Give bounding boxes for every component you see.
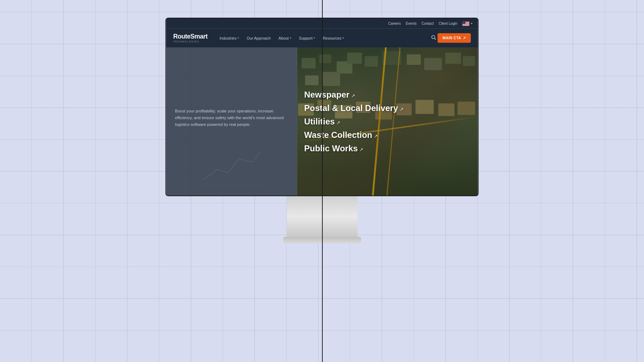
logo-sub: TECHNOLOGIES — [173, 40, 208, 43]
svg-line-9 — [435, 39, 436, 40]
language-selector[interactable]: ▾ — [462, 21, 472, 26]
main-cta-button[interactable]: MAIN CTA ↗ — [438, 33, 471, 43]
newspaper-arrow-icon: ↗ — [351, 93, 355, 99]
postal-arrow-icon: ↗ — [399, 106, 404, 112]
industry-item-utilities[interactable]: Utilities ↗ — [304, 117, 471, 127]
hero-right-panel: Newspaper ↗ Postal & Local Delivery ↗ Ut… — [297, 47, 478, 195]
svg-rect-12 — [319, 54, 332, 63]
svg-rect-22 — [463, 56, 475, 66]
svg-rect-19 — [407, 54, 421, 65]
hero-description: Boost your profitability, scale your ope… — [175, 108, 287, 128]
svg-rect-3 — [462, 23, 470, 24]
industry-item-public-works[interactable]: Public Works ↗ — [304, 144, 471, 153]
nav-item-resources[interactable]: Resources ▾ — [319, 34, 347, 42]
svg-rect-2 — [462, 23, 470, 23]
us-flag-icon — [462, 21, 470, 26]
industry-item-newspaper[interactable]: Newspaper ↗ — [304, 90, 471, 100]
nav-item-about[interactable]: About ▾ — [275, 34, 295, 42]
search-icon[interactable] — [430, 34, 438, 42]
nav-item-support[interactable]: Support ▾ — [295, 34, 319, 42]
industry-item-waste[interactable]: Waste Collection ↗ — [304, 130, 471, 140]
chart-shape-icon — [200, 145, 264, 188]
svg-rect-7 — [462, 22, 465, 24]
public-works-arrow-icon: ↗ — [359, 147, 363, 152]
waste-arrow-icon: ↗ — [374, 133, 378, 139]
logo[interactable]: RouteSmart TECHNOLOGIES — [173, 33, 208, 43]
about-chevron-icon: ▾ — [290, 36, 291, 40]
utilities-arrow-icon: ↗ — [336, 120, 340, 125]
svg-rect-21 — [445, 53, 461, 64]
client-login-link[interactable]: Client Login — [439, 22, 458, 25]
lang-chevron-icon: ▾ — [471, 22, 472, 25]
hero-left-panel: Boost your profitability, scale your ope… — [166, 47, 297, 195]
center-line — [322, 0, 323, 362]
nav-item-our-approach[interactable]: Our Approach — [243, 34, 274, 42]
svg-rect-16 — [347, 53, 362, 64]
support-chevron-icon: ▾ — [314, 36, 315, 40]
industry-list: Newspaper ↗ Postal & Local Delivery ↗ Ut… — [297, 86, 478, 157]
careers-link[interactable]: Careers — [388, 22, 401, 25]
svg-rect-15 — [323, 72, 340, 86]
nav-links: Industries ▾ Our Approach About ▾ Suppor… — [216, 34, 430, 42]
resources-chevron-icon: ▾ — [343, 36, 344, 40]
svg-rect-11 — [301, 58, 316, 69]
contact-link[interactable]: Contact — [421, 22, 433, 25]
svg-rect-5 — [462, 25, 470, 25]
industries-chevron-icon: ▾ — [237, 36, 239, 40]
svg-rect-6 — [462, 25, 470, 26]
logo-brand: RouteSmart — [173, 33, 208, 40]
svg-rect-20 — [424, 58, 442, 70]
svg-rect-1 — [462, 22, 470, 22]
industry-item-postal[interactable]: Postal & Local Delivery ↗ — [304, 103, 471, 113]
arrow-icon: ↗ — [463, 36, 466, 40]
svg-rect-4 — [462, 24, 470, 24]
svg-rect-14 — [305, 75, 318, 85]
svg-rect-17 — [365, 56, 378, 67]
events-link[interactable]: Events — [406, 22, 417, 25]
svg-marker-10 — [200, 183, 264, 187]
nav-item-industries[interactable]: Industries ▾ — [216, 34, 243, 42]
